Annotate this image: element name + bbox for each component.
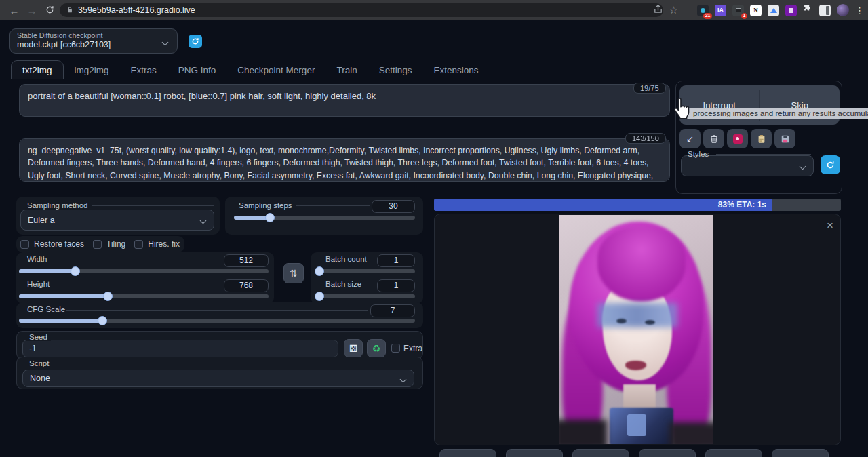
slider-thumb[interactable] [71, 266, 80, 276]
refresh-styles-button[interactable] [821, 155, 840, 174]
extension-photos-icon[interactable] [768, 5, 779, 16]
progress-fill: 83% ETA: 1s [434, 199, 772, 211]
extension-ia-icon[interactable]: IA [715, 5, 726, 16]
profile-avatar[interactable] [837, 4, 849, 16]
hires-fix-checkbox[interactable] [134, 240, 143, 249]
tab-extras[interactable]: Extras [120, 61, 167, 79]
extensions-puzzle-icon[interactable] [803, 4, 813, 17]
cfg-scale-slider[interactable] [19, 319, 415, 323]
chevron-down-icon [200, 217, 207, 224]
slider-thumb[interactable] [315, 292, 324, 301]
height-value[interactable]: 768 [224, 279, 269, 292]
seed-label: Seed [26, 333, 51, 341]
close-preview-icon[interactable]: × [827, 219, 833, 233]
pin-badge: 21 [703, 13, 712, 19]
slider-thumb[interactable] [103, 292, 113, 301]
share-icon[interactable] [653, 4, 663, 17]
reuse-seed-recycle-button[interactable]: ♻ [367, 339, 386, 357]
extension-pin-icon[interactable]: 21 [697, 5, 709, 16]
tab-img2img[interactable]: img2img [64, 61, 120, 79]
tiling-checkbox[interactable] [93, 240, 102, 249]
browser-toolbar: ← → 359e5b9a-a5ff-4216.gradio.live ☆ 21 … [0, 0, 868, 20]
extra-networks-button[interactable] [727, 129, 748, 148]
batch-count-slider[interactable] [317, 269, 415, 273]
toggles-block: Restore faces Tiling Hires. fix [16, 236, 184, 252]
tab-txt2img[interactable]: txt2img [11, 60, 64, 79]
script-value: None [30, 374, 50, 383]
cfg-scale-label: CFG Scale [27, 305, 65, 313]
tab-checkpoint-merger[interactable]: Checkpoint Merger [226, 61, 326, 79]
save-style-button[interactable] [774, 129, 795, 148]
width-value[interactable]: 512 [224, 254, 269, 267]
hires-fix-option[interactable]: Hires. fix [134, 239, 180, 249]
batch-count-value[interactable]: 1 [377, 254, 415, 267]
browser-menu-icon[interactable]: ⋮ [855, 5, 864, 16]
script-label: Script [26, 359, 52, 367]
tab-extensions[interactable]: Extensions [422, 61, 489, 79]
restore-faces-option[interactable]: Restore faces [20, 239, 84, 249]
sidebar-toggle-icon[interactable] [819, 5, 831, 16]
output-action-button[interactable] [772, 449, 829, 457]
batch-size-value[interactable]: 1 [377, 279, 415, 292]
seed-input[interactable] [22, 340, 338, 357]
slider-thumb[interactable] [265, 213, 275, 222]
chevron-down-icon [800, 163, 806, 170]
output-action-button[interactable] [506, 449, 563, 457]
checkpoint-value: model.ckpt [cc6cb27103] [17, 40, 170, 49]
slider-thumb[interactable] [98, 316, 107, 325]
chevron-down-icon [400, 376, 407, 382]
output-action-button[interactable] [639, 449, 696, 457]
sampling-steps-slider[interactable] [234, 216, 415, 220]
paste-generation-params-button[interactable]: ↙ [679, 129, 701, 148]
cfg-scale-value[interactable]: 7 [370, 304, 415, 317]
refresh-icon[interactable] [41, 5, 58, 16]
sampling-method-dropdown[interactable]: Euler a [20, 210, 214, 231]
cfg-block [16, 302, 423, 328]
output-action-button[interactable] [705, 449, 762, 457]
refresh-checkpoints-button[interactable] [189, 35, 202, 48]
extension-onenote-icon[interactable] [785, 5, 797, 16]
styles-dropdown[interactable] [681, 155, 814, 176]
clear-prompt-button[interactable] [703, 129, 724, 148]
back-icon[interactable]: ← [5, 5, 23, 16]
height-slider[interactable] [19, 294, 269, 298]
forward-icon[interactable]: → [23, 5, 41, 16]
hires-fix-label: Hires. fix [148, 239, 180, 249]
prompt-input[interactable]: portrait of a beautiful [woman::0.1] rob… [19, 84, 670, 117]
tab-settings[interactable]: Settings [368, 61, 423, 79]
negative-prompt-input[interactable]: ng_deepnegative_v1_75t, (worst quality, … [19, 138, 670, 182]
output-action-button[interactable] [439, 449, 496, 457]
lips [625, 361, 646, 370]
sampling-method-value: Euler a [28, 216, 55, 225]
left-eye [616, 319, 627, 323]
random-seed-dice-button[interactable]: ⚄ [344, 339, 363, 357]
apply-styles-button[interactable] [751, 129, 772, 148]
tiling-option[interactable]: Tiling [93, 239, 125, 249]
extension-notion-icon[interactable]: N [750, 5, 762, 16]
progress-text: 83% ETA: 1s [718, 200, 772, 210]
batch-size-slider[interactable] [317, 294, 415, 298]
tab-png-info[interactable]: PNG Info [167, 61, 227, 79]
restore-faces-checkbox[interactable] [20, 240, 29, 249]
bookmark-star-icon[interactable]: ☆ [669, 4, 678, 16]
checkpoint-label: Stable Diffusion checkpoint [17, 31, 170, 39]
styles-label: Styles [688, 150, 709, 158]
address-bar[interactable]: 359e5b9a-a5ff-4216.gradio.live [60, 3, 663, 17]
collar-highlight [627, 414, 646, 436]
generated-image-preview[interactable] [559, 215, 713, 444]
sampling-steps-value[interactable]: 30 [372, 200, 415, 213]
prompt-token-counter: 19/75 [633, 83, 666, 94]
width-slider[interactable] [19, 269, 269, 273]
extra-seed-checkbox[interactable] [391, 344, 400, 353]
batch-count-label: Batch count [326, 255, 367, 263]
checkpoint-selector[interactable]: Stable Diffusion checkpoint model.ckpt [… [9, 28, 178, 54]
generation-progress-bar: 83% ETA: 1s [434, 199, 841, 211]
tab-train[interactable]: Train [326, 61, 368, 79]
script-dropdown[interactable]: None [22, 370, 414, 387]
stable-diffusion-webui: ← → 359e5b9a-a5ff-4216.gradio.live ☆ 21 … [0, 0, 868, 457]
slider-thumb[interactable] [315, 266, 324, 276]
swap-dimensions-button[interactable]: ⇅ [283, 263, 304, 283]
output-action-button[interactable] [572, 449, 629, 457]
extension-camera-icon[interactable]: 1 [732, 5, 744, 16]
restore-faces-label: Restore faces [34, 239, 84, 249]
